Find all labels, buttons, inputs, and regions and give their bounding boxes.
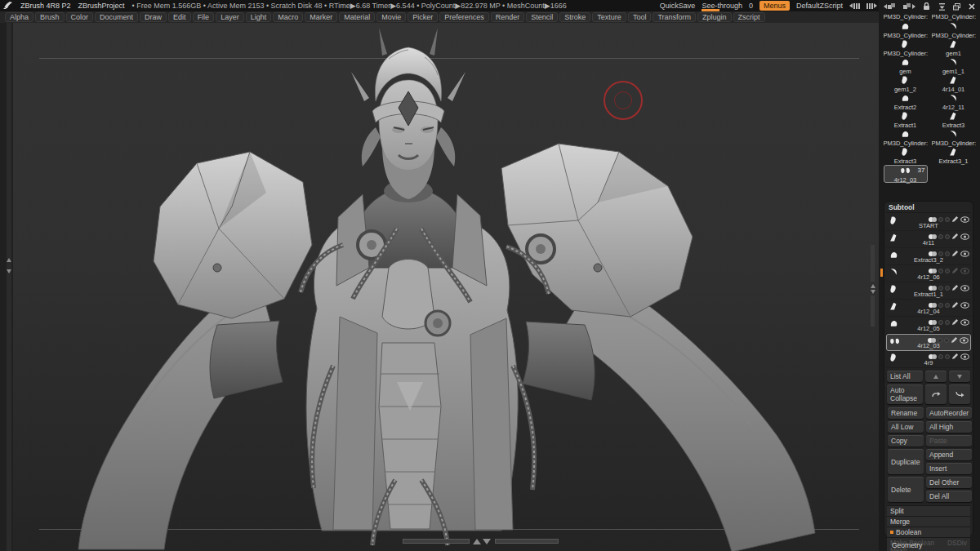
menu-item[interactable]: Zscript xyxy=(733,12,765,22)
toggle-dot-icon[interactable] xyxy=(945,251,950,256)
toggle-dot-icon[interactable] xyxy=(938,320,943,325)
left-tray-scrollbar[interactable] xyxy=(7,23,11,551)
boolean-section[interactable]: Boolean xyxy=(887,527,970,538)
toggle-dot-icon[interactable] xyxy=(945,286,950,291)
menu-item[interactable]: Light xyxy=(246,12,272,22)
visibility-eye-icon[interactable] xyxy=(960,251,969,257)
menu-item[interactable]: Zplugin xyxy=(697,12,732,22)
menu-item[interactable]: Stroke xyxy=(559,12,590,22)
menu-item[interactable]: Stencil xyxy=(526,12,558,22)
menu-item[interactable]: Render xyxy=(491,12,525,22)
polypaint-dot-icon[interactable] xyxy=(932,320,937,325)
polypaint-dot-icon[interactable] xyxy=(932,354,937,359)
menu-item[interactable]: File xyxy=(193,12,215,22)
list-all-button[interactable]: List All xyxy=(887,371,923,382)
scroll-up-icon[interactable] xyxy=(871,284,875,288)
polypaint-dot-icon[interactable] xyxy=(932,303,937,308)
load-tray-icon[interactable] xyxy=(938,3,946,11)
tool-item[interactable]: 37 4r12_03 xyxy=(884,165,928,183)
branch-arrow-icon[interactable] xyxy=(949,384,970,404)
tool-item[interactable]: 4r12_11 xyxy=(932,93,976,111)
scroll-up-icon[interactable] xyxy=(473,539,481,544)
menu-item[interactable]: Picker xyxy=(408,12,438,22)
del-all-button[interactable]: Del All xyxy=(926,491,972,502)
append-button[interactable]: Append xyxy=(926,449,972,460)
toggle-dot-icon[interactable] xyxy=(938,354,943,359)
right-tray-scrollbar[interactable] xyxy=(871,23,875,551)
copy-button[interactable]: Copy xyxy=(888,435,924,447)
subtool-row[interactable]: 4r12_06 xyxy=(886,265,971,282)
polypaint-dot-icon[interactable] xyxy=(932,217,937,222)
tool-item[interactable]: PM3D_Cylinder: xyxy=(884,39,928,57)
tool-item[interactable]: gem1_2 xyxy=(884,75,928,93)
paint-brush-icon[interactable] xyxy=(951,233,959,240)
subtool-row[interactable]: Extract1_1 xyxy=(886,282,971,300)
subtool-row[interactable]: 4r12_04 xyxy=(886,300,971,317)
scroll-segment[interactable] xyxy=(871,245,875,282)
polypaint-dot-icon[interactable] xyxy=(932,234,937,239)
toggle-dot-icon[interactable] xyxy=(938,234,943,239)
visibility-eye-icon[interactable] xyxy=(960,353,969,360)
scroll-down-icon[interactable] xyxy=(7,269,11,273)
merge-section[interactable]: Merge xyxy=(887,517,970,527)
duplicate-button[interactable]: Duplicate xyxy=(888,449,924,474)
default-zscript-button[interactable]: DefaultZScript xyxy=(796,2,843,10)
paint-brush-icon[interactable] xyxy=(951,353,959,360)
panel-pages-left-icon[interactable] xyxy=(884,3,896,11)
all-high-button[interactable]: All High xyxy=(926,421,972,433)
tool-item[interactable]: gem1_1 xyxy=(932,57,976,75)
scroll-up-icon[interactable] xyxy=(7,258,11,262)
tool-item[interactable]: Extract3 xyxy=(884,147,928,165)
menu-item[interactable]: Tool xyxy=(628,12,652,22)
toggle-dot-icon[interactable] xyxy=(945,320,950,325)
panel-pages-right-icon[interactable] xyxy=(903,3,915,11)
toggle-dot-icon[interactable] xyxy=(944,338,949,343)
visibility-eye-icon[interactable] xyxy=(960,319,969,326)
rename-button[interactable]: Rename xyxy=(888,407,924,419)
autoreorder-button[interactable]: AutoReorder xyxy=(926,407,972,419)
divider-expand-icon[interactable] xyxy=(866,3,877,9)
subtool-row[interactable]: Extract3_2 xyxy=(886,248,971,265)
scroll-segment[interactable] xyxy=(871,295,875,327)
divider-collapse-icon[interactable] xyxy=(849,3,860,9)
menu-item[interactable]: Brush xyxy=(35,12,65,22)
scroll-handle-right[interactable] xyxy=(495,539,559,544)
tool-item[interactable]: 4r14_01 xyxy=(932,75,976,93)
subtool-row[interactable]: 4r11 xyxy=(886,231,971,248)
menu-item[interactable]: Edit xyxy=(168,12,191,22)
subtool-row[interactable]: START xyxy=(886,214,971,231)
toggle-dot-icon[interactable] xyxy=(938,269,943,273)
scroll-handle-left[interactable] xyxy=(403,539,470,544)
subtool-row[interactable]: 4r12_03 xyxy=(886,334,971,351)
insert-button[interactable]: Insert xyxy=(926,463,972,474)
visibility-eye-icon[interactable] xyxy=(960,216,969,223)
auto-collapse-button[interactable]: Auto Collapse xyxy=(887,384,923,404)
visibility-eye-icon[interactable] xyxy=(960,302,969,309)
scroll-down-icon[interactable] xyxy=(871,290,875,294)
lock-icon[interactable] xyxy=(923,2,930,11)
tool-item[interactable]: Extract3_1 xyxy=(932,147,976,165)
tool-item[interactable]: PM3D_Cylinder: xyxy=(932,13,976,21)
menu-item[interactable]: Document xyxy=(95,12,138,22)
menu-item[interactable]: Preferences xyxy=(439,12,489,22)
all-low-button[interactable]: All Low xyxy=(888,421,924,433)
menu-item[interactable]: Draw xyxy=(140,12,167,22)
redo-arrow-icon[interactable] xyxy=(925,384,947,404)
polypaint-dot-icon[interactable] xyxy=(932,269,937,273)
toggle-dot-icon[interactable] xyxy=(945,354,950,359)
toggle-dot-icon[interactable] xyxy=(938,217,943,222)
paint-brush-icon[interactable] xyxy=(951,267,959,274)
canvas-bottom-scrollbar[interactable] xyxy=(13,538,879,546)
menu-item[interactable]: Movie xyxy=(376,12,406,22)
subtool-row[interactable]: 4r9 xyxy=(886,351,971,368)
tool-item[interactable]: PM3D_Cylinder: xyxy=(884,21,928,39)
subtool-row[interactable]: 4r12_05 xyxy=(886,317,971,334)
tool-item[interactable]: PM3D_Cylinder: xyxy=(932,129,976,147)
menu-item[interactable]: Texture xyxy=(592,12,626,22)
menu-item[interactable]: Alpha xyxy=(5,12,33,22)
subtool-toggles[interactable] xyxy=(929,353,969,360)
menu-item[interactable]: Macro xyxy=(273,12,303,22)
tool-item[interactable]: Extract1 xyxy=(884,111,928,129)
toggle-dot-icon[interactable] xyxy=(945,217,950,222)
menu-item[interactable]: Transform xyxy=(653,12,696,22)
